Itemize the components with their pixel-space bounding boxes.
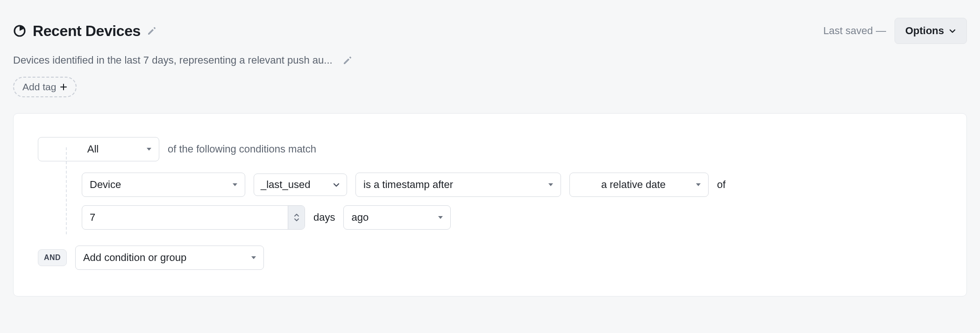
add-tag-button[interactable]: Add tag	[13, 77, 77, 97]
title-group: Recent Devices	[13, 22, 156, 40]
description-text: Devices identified in the last 7 days, r…	[13, 54, 333, 66]
add-tag-label: Add tag	[22, 81, 56, 93]
match-mode-row: All of the following conditions match	[38, 137, 942, 161]
basis-select[interactable]: a relative date	[569, 173, 709, 197]
options-label: Options	[905, 25, 944, 37]
condition-column: Device _last_used	[82, 164, 942, 230]
svg-marker-5	[548, 183, 553, 186]
unit-label: days	[313, 211, 335, 224]
chevron-down-icon	[333, 181, 340, 188]
tags-row: Add tag	[13, 77, 967, 97]
match-tail-text: of the following conditions match	[168, 143, 316, 155]
caret-down-icon	[696, 182, 701, 187]
amount-input[interactable]: 7	[82, 206, 288, 229]
chevron-down-icon	[949, 27, 956, 35]
operator-select[interactable]: is a timestamp after	[355, 173, 561, 197]
header: Recent Devices Last saved — Options	[13, 18, 967, 44]
plus-icon	[60, 83, 67, 91]
edit-title-icon[interactable]	[147, 26, 156, 36]
quantity-stepper[interactable]	[288, 206, 305, 229]
condition-rows: Device _last_used	[82, 173, 942, 230]
attribute-value: _last_used	[261, 179, 326, 191]
description-row: Devices identified in the last 7 days, r…	[13, 54, 967, 66]
step-down-icon	[294, 218, 299, 222]
basis-value: a relative date	[577, 179, 689, 191]
direction-value: ago	[351, 211, 432, 224]
condition-row-1: Device _last_used	[82, 173, 942, 197]
operator-value: is a timestamp after	[363, 179, 542, 191]
entity-select[interactable]: Device	[82, 173, 245, 197]
svg-marker-4	[233, 183, 237, 186]
match-mode-value: All	[46, 143, 140, 155]
attribute-select[interactable]: _last_used	[254, 174, 347, 196]
header-actions: Last saved — Options	[823, 18, 967, 44]
add-condition-select[interactable]: Add condition or group	[75, 246, 264, 270]
last-saved-text: Last saved —	[823, 25, 886, 37]
caret-down-icon	[251, 255, 256, 260]
amount-input-wrap: 7	[82, 205, 305, 230]
page-root: Recent Devices Last saved — Options Devi…	[0, 0, 980, 310]
caret-down-icon	[233, 182, 237, 187]
match-mode-select[interactable]: All	[38, 137, 159, 161]
add-condition-label: Add condition or group	[83, 252, 245, 264]
step-up-icon	[294, 213, 299, 217]
tree-pipe	[38, 164, 69, 230]
segment-icon	[13, 24, 26, 37]
caret-down-icon	[147, 147, 151, 152]
caret-down-icon	[438, 215, 443, 220]
of-text: of	[717, 179, 725, 191]
entity-value: Device	[90, 179, 226, 191]
svg-marker-6	[696, 183, 701, 186]
direction-select[interactable]: ago	[343, 205, 451, 230]
svg-marker-8	[251, 256, 256, 259]
and-chip: AND	[38, 249, 67, 266]
condition-tree: Device _last_used	[38, 164, 942, 230]
condition-row-2: 7 days ago	[82, 205, 942, 230]
and-row: AND Add condition or group	[38, 246, 942, 270]
caret-down-icon	[548, 182, 553, 187]
svg-marker-3	[147, 148, 151, 151]
page-title: Recent Devices	[33, 22, 141, 40]
conditions-card: All of the following conditions match De…	[13, 113, 967, 297]
edit-description-icon[interactable]	[343, 56, 352, 65]
svg-marker-7	[438, 216, 443, 219]
options-button[interactable]: Options	[895, 18, 967, 44]
